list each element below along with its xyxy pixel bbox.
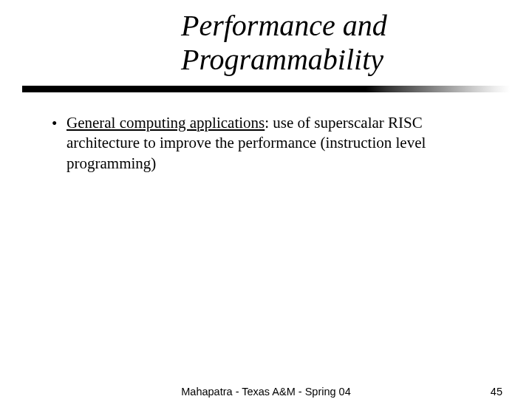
bullet-item: • General computing applications: use of… xyxy=(52,113,495,174)
title-underline xyxy=(22,86,510,92)
footer-credit: Mahapatra - Texas A&M - Spring 04 xyxy=(181,386,350,398)
title-line-1: Performance and xyxy=(181,9,387,42)
footer-page-number: 45 xyxy=(491,386,502,398)
slide-content: • General computing applications: use of… xyxy=(0,113,532,174)
underline-fade xyxy=(366,86,510,92)
slide-title: Performance and Programmability xyxy=(0,0,532,77)
bullet-text: General computing applications: use of s… xyxy=(66,113,495,174)
bullet-lead: General computing applications xyxy=(66,114,265,132)
title-line-2: Programmability xyxy=(181,43,383,76)
bullet-marker-icon: • xyxy=(52,113,66,134)
underline-solid xyxy=(22,86,366,92)
